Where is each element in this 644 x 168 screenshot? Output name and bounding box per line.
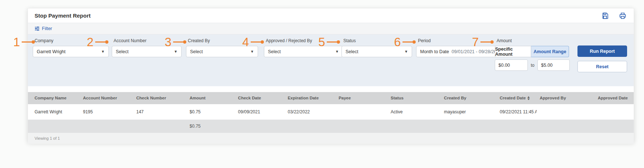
callout-3: 3 bbox=[165, 36, 186, 48]
run-report-button[interactable]: Run Report bbox=[577, 45, 627, 57]
col-status: Status bbox=[388, 92, 441, 104]
col-check-date: Check Date bbox=[235, 92, 285, 104]
callout-number: 4 bbox=[242, 36, 249, 48]
save-icon[interactable] bbox=[601, 12, 609, 19]
callout-number: 3 bbox=[165, 36, 171, 48]
chevron-down-icon: ▼ bbox=[247, 50, 254, 54]
amount-range-inputs: to bbox=[495, 59, 570, 71]
filter-toggle[interactable]: Filter bbox=[35, 26, 52, 31]
filter-bar: Filter bbox=[28, 23, 634, 34]
cell-created-date: 09/22/2021 11:45 AM bbox=[497, 104, 537, 120]
panel-table-gap bbox=[28, 86, 634, 92]
callout-number: 7 bbox=[472, 36, 479, 48]
cell-payee bbox=[336, 104, 388, 120]
col-approved-by: Approved By bbox=[537, 92, 585, 104]
amount-from-input[interactable] bbox=[495, 59, 528, 71]
print-icon[interactable] bbox=[619, 12, 626, 19]
chevron-down-icon: ▼ bbox=[171, 50, 178, 54]
table-row[interactable]: Garrett Wright 9195 147 $0.75 09/09/2021… bbox=[28, 104, 634, 120]
cell-expiration-date: 03/22/2022 bbox=[285, 104, 336, 120]
col-company-name: Company Name bbox=[28, 92, 80, 104]
cell-status: Active bbox=[388, 104, 441, 120]
amount-label: Amount bbox=[497, 38, 569, 43]
results-table: Company Name Account Number Check Number… bbox=[28, 92, 634, 132]
cell-amount: $0.75 bbox=[187, 104, 235, 120]
col-created-date[interactable]: Created Date▲▼ bbox=[497, 92, 537, 104]
cell-created-by: mayasuper bbox=[441, 104, 497, 120]
callout-number: 6 bbox=[394, 36, 401, 48]
table-total-row: $0.75 bbox=[28, 120, 634, 132]
callout-number: 2 bbox=[87, 36, 93, 48]
filter-label: Filter bbox=[42, 26, 52, 31]
chevron-down-icon: ▼ bbox=[98, 50, 105, 54]
specific-amount-toggle[interactable]: Specific Amount bbox=[495, 46, 531, 57]
amount-range-toggle[interactable]: Amount Range bbox=[531, 46, 569, 57]
cell-account-number: 9195 bbox=[80, 104, 133, 120]
cell-approved-by bbox=[537, 104, 585, 120]
callout-5: 5 bbox=[318, 36, 340, 48]
amount-to-label: to bbox=[531, 63, 534, 68]
chevron-down-icon: ▼ bbox=[401, 50, 408, 54]
callout-7: 7 bbox=[472, 36, 494, 48]
col-payee: Payee bbox=[336, 92, 388, 104]
sliders-icon bbox=[35, 26, 40, 31]
col-approved-date: Approved Date bbox=[585, 92, 634, 104]
pagination-status: Viewing 1 of 1 bbox=[28, 132, 634, 144]
callout-1: 1 bbox=[13, 36, 35, 48]
col-account-number: Account Number bbox=[80, 92, 133, 104]
callout-4: 4 bbox=[242, 36, 264, 48]
cell-approved-date bbox=[585, 104, 634, 120]
col-check-number: Check Number bbox=[133, 92, 187, 104]
total-amount: $0.75 bbox=[187, 120, 235, 132]
card-header: Stop Payment Report bbox=[28, 8, 634, 23]
callout-number: 1 bbox=[13, 36, 20, 48]
amount-mode-toggle: Specific Amount Amount Range bbox=[495, 46, 569, 57]
sort-icon[interactable]: ▲▼ bbox=[527, 96, 530, 101]
period-range-value: 09/01/2021 - 09/28/2021 bbox=[452, 49, 502, 54]
header-actions bbox=[601, 12, 626, 19]
callout-6: 6 bbox=[394, 36, 416, 48]
filter-amount: Amount Specific Amount Amount Range bbox=[495, 38, 569, 57]
viewing-count: Viewing 1 of 1 bbox=[35, 136, 60, 140]
cell-company-name: Garrett Wright bbox=[28, 104, 80, 120]
col-amount: Amount bbox=[187, 92, 235, 104]
chevron-down-icon: ▼ bbox=[332, 50, 339, 54]
stop-payment-report-card: Stop Payment Report bbox=[28, 8, 634, 142]
col-expiration-date: Expiration Date bbox=[285, 92, 336, 104]
callout-2: 2 bbox=[87, 36, 108, 48]
page-title: Stop Payment Report bbox=[35, 12, 91, 19]
cell-check-number: 147 bbox=[133, 104, 187, 120]
cell-check-date: 09/09/2021 bbox=[235, 104, 285, 120]
table-header-row: Company Name Account Number Check Number… bbox=[28, 92, 634, 104]
reset-button[interactable]: Reset bbox=[577, 61, 627, 72]
col-created-by: Created By bbox=[441, 92, 497, 104]
callout-number: 5 bbox=[318, 36, 325, 48]
amount-to-input[interactable] bbox=[537, 59, 570, 71]
